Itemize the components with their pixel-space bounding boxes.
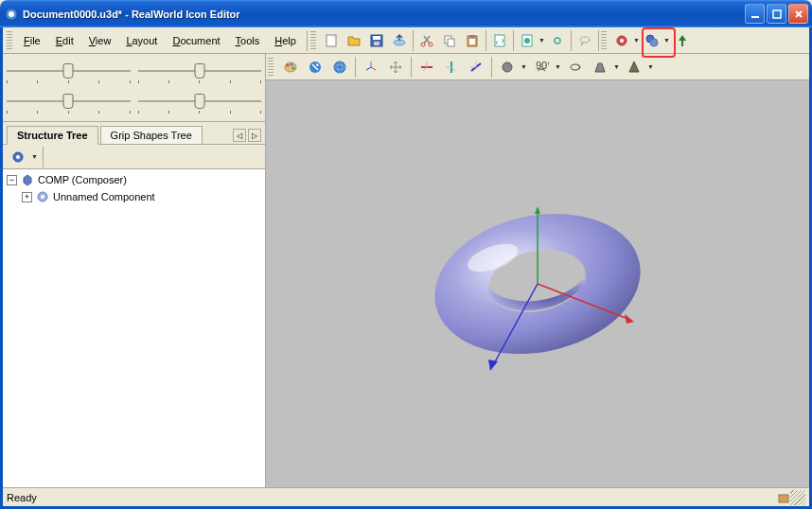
tree-gear-button[interactable] [7,146,29,168]
menu-document[interactable]: Document [165,32,227,49]
tree-collapse-button[interactable] [671,29,694,52]
rotate-free-button[interactable] [564,56,587,79]
3d-viewport[interactable] [266,80,809,487]
link-button[interactable] [546,29,569,52]
resize-grip[interactable] [790,490,805,505]
tree-expander-icon[interactable]: − [7,175,17,185]
object-mode-button[interactable] [496,56,519,79]
cone-button[interactable] [623,56,645,79]
gear-blue-button[interactable] [641,29,663,52]
svg-marker-43 [535,206,540,214]
separator [43,147,44,167]
gear-red-button[interactable] [610,29,633,52]
svg-point-29 [287,63,290,66]
menu-help[interactable]: Help [267,32,304,49]
slider-3[interactable] [7,92,131,111]
minimize-button[interactable] [745,4,765,24]
tree-node-label: Unnamed Component [53,191,155,202]
toolbar-grip[interactable] [601,31,607,50]
doc-action-1-button[interactable] [488,29,511,52]
axis-y-button[interactable] [440,56,463,79]
tree-node-root[interactable]: − COMP (Composer) [5,171,263,188]
rotate-90-button[interactable]: 90° [530,56,553,79]
composer-icon [20,172,35,187]
dropdown-arrow-icon[interactable]: ▼ [538,37,546,44]
component-icon [35,189,50,204]
left-panel: Structure Tree Grip Shapes Tree ◁ ▷ ▼ − … [3,54,266,487]
svg-point-18 [524,38,530,44]
dropdown-arrow-icon[interactable]: ▼ [613,63,621,70]
paste-button[interactable] [461,29,484,52]
svg-point-21 [620,39,624,43]
svg-rect-7 [374,42,380,45]
maximize-button[interactable] [767,4,786,24]
tab-scroll-right-button[interactable]: ▷ [248,129,261,142]
separator [491,57,492,78]
dropdown-arrow-icon[interactable]: ▼ [647,63,655,70]
tree-toolbar: ▼ [3,145,265,169]
svg-rect-3 [773,10,781,18]
window-title: Document0000.u3d* - RealWorld Icon Edito… [23,9,745,20]
tree-node-child[interactable]: + Unnamed Component [5,188,263,205]
menu-tools[interactable]: Tools [228,32,268,49]
tab-structure-tree[interactable]: Structure Tree [7,126,98,145]
dropdown-arrow-icon[interactable]: ▼ [555,63,562,70]
separator [307,30,308,51]
close-button[interactable] [788,4,808,24]
dropdown-arrow-icon[interactable]: ▼ [663,37,671,44]
svg-point-30 [291,62,293,65]
export-button[interactable] [388,29,411,52]
svg-point-25 [16,155,20,159]
open-button[interactable] [343,29,365,52]
app-icon [4,7,19,22]
svg-point-36 [503,62,512,72]
svg-rect-48 [779,495,788,502]
palette-button[interactable] [279,56,302,79]
svg-rect-15 [469,39,475,44]
statusbar-icon [777,491,790,504]
dropdown-arrow-icon[interactable]: ▼ [633,37,641,44]
dropdown-arrow-icon[interactable]: ▼ [31,153,39,160]
menu-edit[interactable]: Edit [48,32,81,49]
svg-rect-6 [373,36,380,40]
tree-node-label: COMP (Composer) [38,174,127,185]
axis-xyz-button[interactable] [360,56,382,79]
tab-scroll-left-button[interactable]: ◁ [233,129,246,142]
menu-view[interactable]: View [81,32,119,49]
doc-action-2-button[interactable] [516,29,538,52]
axis-move-button[interactable] [384,56,407,79]
svg-point-1 [9,11,14,17]
slider-4[interactable] [138,92,262,111]
cut-button[interactable] [415,29,438,52]
copy-button[interactable] [438,29,461,52]
separator [513,30,514,51]
slider-2[interactable] [138,61,262,80]
separator [571,30,572,51]
toolbar-grip[interactable] [268,58,274,77]
dropdown-arrow-icon[interactable]: ▼ [521,63,528,70]
menu-layout[interactable]: Layout [118,32,165,49]
lasso-button[interactable] [574,29,596,52]
structure-tree[interactable]: − COMP (Composer) + Unnamed Component [3,169,265,487]
tree-expander-icon[interactable]: + [22,192,32,202]
sliders-panel [3,54,265,122]
slider-1[interactable] [7,61,131,80]
menu-file[interactable]: File [16,32,48,49]
tab-grip-shapes-tree[interactable]: Grip Shapes Tree [100,126,203,144]
new-button[interactable] [320,29,343,52]
menubar: File Edit View Layout Document Tools Hel… [3,27,809,54]
svg-point-9 [421,43,425,46]
toolbar-grip[interactable] [310,31,316,50]
separator [598,30,599,51]
axis-x-button[interactable] [415,56,438,79]
perspective-button[interactable] [589,56,611,79]
globe-button[interactable] [328,56,351,79]
svg-marker-45 [625,314,634,324]
wrench-button[interactable] [304,56,327,79]
tabs-bar: Structure Tree Grip Shapes Tree ◁ ▷ [3,122,265,145]
toolbar-grip[interactable] [7,31,12,50]
save-button[interactable] [365,29,388,52]
axis-z-button[interactable] [465,56,487,79]
svg-rect-14 [469,35,475,38]
statusbar: Ready [3,487,809,506]
